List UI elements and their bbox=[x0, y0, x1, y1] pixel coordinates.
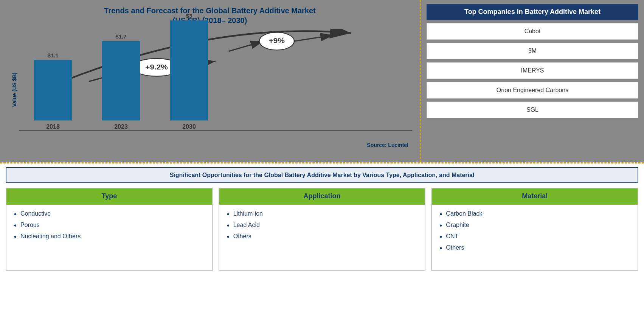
bar-2030 bbox=[170, 20, 208, 120]
categories-container: Type • Conductive • Porous • Nucleating … bbox=[6, 188, 638, 271]
top-section: Trends and Forecast for the Global Batte… bbox=[0, 0, 644, 162]
bullet-icon: • bbox=[439, 210, 442, 218]
company-item-sgl: SGL bbox=[427, 102, 638, 118]
category-items-application: • Lithium-ion • Lead Acid • Others bbox=[219, 205, 425, 270]
bar-group-2030: $3 2030 bbox=[170, 12, 208, 130]
mat-item-graphite: • Graphite bbox=[439, 222, 630, 229]
companies-panel: Top Companies in Battery Additive Market… bbox=[421, 0, 644, 162]
bar-group-2018: $1.1 2018 bbox=[34, 52, 72, 130]
chart-title: Trends and Forecast for the Global Batte… bbox=[8, 6, 412, 25]
category-col-application: Application • Lithium-ion • Lead Acid • … bbox=[219, 188, 426, 271]
category-items-type: • Conductive • Porous • Nucleating and O… bbox=[6, 205, 212, 270]
bar-value-2030: $3 bbox=[186, 12, 192, 19]
bar-group-2023: $1.7 2023 bbox=[102, 33, 140, 130]
app-item-others: • Others bbox=[227, 233, 417, 241]
company-item-imerys: IMERYS bbox=[427, 62, 638, 79]
bottom-section: Significant Opportunities for the Global… bbox=[0, 164, 644, 324]
bars-container: $1.1 2018 $1.7 2023 $3 bbox=[19, 29, 412, 131]
category-col-material: Material • Carbon Black • Graphite • CNT bbox=[431, 188, 638, 271]
app-item-lithium: • Lithium-ion bbox=[227, 210, 417, 218]
bar-label-2023: 2023 bbox=[114, 123, 128, 130]
company-item-cabot: Cabot bbox=[427, 23, 638, 40]
bullet-icon: • bbox=[14, 210, 17, 218]
mat-item-cnt: • CNT bbox=[439, 233, 630, 241]
app-item-lead: • Lead Acid bbox=[227, 222, 417, 229]
chart-content: +9.2% +9% bbox=[19, 29, 412, 150]
company-item-3m: 3M bbox=[427, 43, 638, 59]
category-items-material: • Carbon Black • Graphite • CNT • Others bbox=[432, 205, 638, 270]
chart-area: Trends and Forecast for the Global Batte… bbox=[0, 0, 420, 162]
bullet-icon: • bbox=[439, 233, 442, 241]
bullet-icon: • bbox=[14, 233, 17, 241]
category-header-material: Material bbox=[432, 188, 638, 205]
bullet-icon: • bbox=[14, 222, 17, 229]
category-col-type: Type • Conductive • Porous • Nucleating … bbox=[6, 188, 213, 271]
bar-value-2018: $1.1 bbox=[47, 52, 58, 59]
type-item-nucleating: • Nucleating and Others bbox=[14, 233, 205, 241]
chart-title-line1: Trends and Forecast for the Global Batte… bbox=[104, 6, 315, 15]
mat-item-carbonblack: • Carbon Black bbox=[439, 210, 630, 218]
bullet-icon: • bbox=[227, 233, 230, 241]
bullet-icon: • bbox=[227, 210, 230, 218]
type-item-porous: • Porous bbox=[14, 222, 205, 229]
mat-item-others: • Others bbox=[439, 244, 630, 252]
y-axis-label: Value (US $B) bbox=[8, 29, 19, 150]
type-item-conductive: • Conductive bbox=[14, 210, 205, 218]
bullet-icon: • bbox=[227, 222, 230, 229]
bullet-icon: • bbox=[439, 244, 442, 252]
bar-label-2030: 2030 bbox=[182, 123, 196, 130]
bar-2018 bbox=[34, 60, 72, 120]
bullet-icon: • bbox=[439, 222, 442, 229]
companies-title: Top Companies in Battery Additive Market bbox=[427, 4, 638, 20]
bar-2023 bbox=[102, 41, 140, 120]
main-container: Trends and Forecast for the Global Batte… bbox=[0, 0, 644, 324]
category-header-type: Type bbox=[6, 188, 212, 205]
opportunities-title: Significant Opportunities for the Global… bbox=[6, 167, 638, 183]
company-item-orion: Orion Engineered Carbons bbox=[427, 82, 638, 99]
bar-label-2018: 2018 bbox=[46, 123, 60, 130]
chart-wrapper: Value (US $B) +9.2% bbox=[8, 29, 412, 150]
category-header-application: Application bbox=[219, 188, 425, 205]
source-text: Source: Lucintel bbox=[367, 142, 408, 148]
bar-value-2023: $1.7 bbox=[115, 33, 126, 40]
